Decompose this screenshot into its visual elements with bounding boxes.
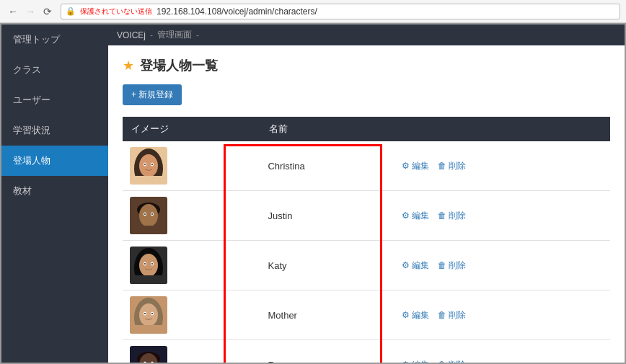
app-container: 管理トップ クラス ユーザー 学習状況 登場人物 教材 VOICEj - 管理画…	[0, 23, 626, 364]
svg-point-14	[151, 213, 153, 215]
table-row: Katy⚙編集🗑削除	[123, 241, 610, 290]
delete-button[interactable]: 🗑削除	[433, 358, 470, 363]
col-actions	[390, 117, 610, 141]
trash-icon: 🗑	[438, 260, 446, 270]
avatar-cell	[123, 191, 260, 241]
table-header: イメージ 名前	[123, 117, 610, 141]
sidebar-item-learning[interactable]: 学習状況	[1, 115, 108, 146]
avatar-cell	[123, 141, 260, 191]
new-register-button[interactable]: + 新規登録	[123, 84, 182, 105]
page-content: ★ 登場人物一覧 + 新規登録 イメージ 名前	[108, 45, 625, 363]
edit-label: 編集	[412, 359, 429, 363]
browser-chrome: ← → ⟳ 🔒 保護されていない送信 192.168.104.108/voice…	[0, 0, 626, 23]
delete-button[interactable]: 🗑削除	[433, 308, 470, 323]
table-row: Christina⚙編集🗑削除	[123, 141, 610, 191]
page-title: 登場人物一覧	[140, 57, 218, 74]
trash-icon: 🗑	[438, 210, 446, 221]
col-name: 名前	[260, 117, 390, 141]
table-wrapper: イメージ 名前 Christina⚙編集🗑削除	[123, 117, 610, 363]
table-row: Mother⚙編集🗑削除	[123, 290, 610, 340]
action-cell: ⚙編集🗑削除	[390, 141, 610, 191]
delete-button[interactable]: 🗑削除	[433, 159, 470, 174]
edit-button[interactable]: ⚙編集	[397, 159, 433, 174]
star-icon: ★	[123, 58, 134, 74]
topbar-dash: -	[196, 30, 199, 40]
nav-buttons: ← → ⟳	[6, 4, 55, 19]
trash-icon: 🗑	[438, 310, 446, 320]
svg-point-2	[139, 154, 158, 177]
svg-rect-15	[130, 226, 167, 234]
main-content: VOICEj - 管理画面 - ★ 登場人物一覧 + 新規登録 イメージ	[108, 25, 625, 363]
action-cell: ⚙編集🗑削除	[390, 340, 610, 363]
edit-button[interactable]: ⚙編集	[397, 208, 433, 223]
avatar	[130, 197, 167, 234]
delete-label: 削除	[449, 359, 466, 363]
avatar	[130, 296, 167, 334]
gear-icon: ⚙	[402, 260, 410, 270]
character-name: Mother	[260, 290, 390, 340]
sidebar-item-class[interactable]: クラス	[1, 55, 108, 85]
avatar-cell	[123, 241, 260, 290]
character-name: Justin	[260, 191, 390, 241]
sidebar-item-characters[interactable]: 登場人物	[1, 146, 108, 176]
edit-label: 編集	[412, 210, 429, 222]
svg-point-6	[151, 164, 153, 165]
characters-tbody: Christina⚙編集🗑削除 Justin⚙編集🗑削除 Katy⚙編集🗑削除 …	[123, 141, 610, 363]
character-name: Katy	[260, 241, 390, 290]
svg-point-18	[139, 254, 158, 277]
gear-icon: ⚙	[402, 310, 410, 320]
top-bar: VOICEj - 管理画面 -	[108, 25, 625, 45]
table-row: Ryan⚙編集🗑削除	[123, 340, 610, 363]
delete-label: 削除	[449, 309, 466, 321]
delete-button[interactable]: 🗑削除	[433, 258, 470, 273]
forward-button[interactable]: →	[23, 4, 38, 19]
edit-button[interactable]: ⚙編集	[397, 308, 433, 323]
svg-point-10	[139, 204, 158, 227]
sidebar-item-admin-top[interactable]: 管理トップ	[1, 25, 108, 55]
table-row: Justin⚙編集🗑削除	[123, 191, 610, 241]
action-cell: ⚙編集🗑削除	[390, 191, 610, 241]
edit-button[interactable]: ⚙編集	[397, 358, 433, 363]
svg-point-13	[144, 213, 146, 215]
reload-button[interactable]: ⟳	[40, 4, 55, 19]
character-table: イメージ 名前 Christina⚙編集🗑削除	[123, 117, 610, 363]
security-warning: 保護されていない送信	[80, 6, 152, 17]
svg-point-29	[144, 313, 146, 314]
col-image: イメージ	[123, 117, 260, 141]
svg-rect-31	[130, 325, 167, 334]
trash-icon: 🗑	[438, 161, 446, 171]
gear-icon: ⚙	[402, 360, 410, 363]
delete-label: 削除	[449, 210, 466, 222]
avatar	[130, 346, 167, 363]
gear-icon: ⚙	[402, 161, 410, 171]
svg-point-5	[144, 164, 146, 165]
svg-point-22	[151, 263, 153, 265]
avatar-cell	[123, 290, 260, 340]
app-subtitle: 管理画面	[157, 29, 192, 41]
sidebar-item-user[interactable]: ユーザー	[1, 85, 108, 115]
back-button[interactable]: ←	[6, 4, 20, 19]
lock-icon: 🔒	[66, 6, 76, 16]
trash-icon: 🗑	[438, 360, 446, 363]
avatar-cell	[123, 340, 260, 363]
action-cell: ⚙編集🗑削除	[390, 290, 610, 340]
svg-point-26	[139, 303, 158, 327]
address-bar[interactable]: 🔒 保護されていない送信 192.168.104.108/voicej/admi…	[61, 4, 620, 19]
action-cell: ⚙編集🗑削除	[390, 241, 610, 290]
edit-label: 編集	[412, 309, 429, 321]
svg-point-30	[151, 313, 153, 314]
gear-icon: ⚙	[402, 210, 410, 221]
delete-label: 削除	[449, 160, 466, 172]
edit-button[interactable]: ⚙編集	[397, 258, 433, 273]
svg-rect-23	[130, 275, 167, 284]
avatar	[130, 147, 167, 185]
svg-point-21	[144, 263, 146, 265]
sidebar: 管理トップ クラス ユーザー 学習状況 登場人物 教材	[1, 25, 108, 363]
character-name: Ryan	[260, 340, 390, 363]
delete-button[interactable]: 🗑削除	[433, 208, 470, 223]
edit-label: 編集	[412, 160, 429, 172]
url-text: 192.168.104.108/voicej/admin/characters/	[156, 6, 317, 17]
edit-label: 編集	[412, 259, 429, 272]
app-title: VOICEj	[117, 30, 146, 40]
sidebar-item-materials[interactable]: 教材	[1, 176, 108, 206]
